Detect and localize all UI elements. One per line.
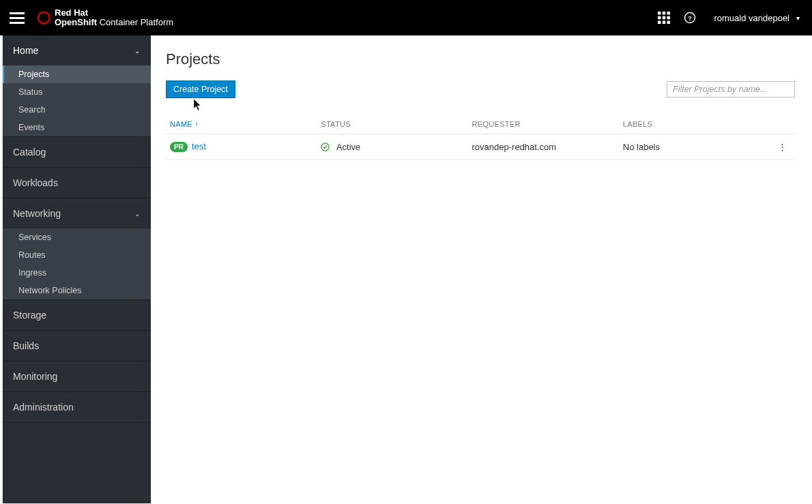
top-header: Red Hat OpenShift Container Platform ? r… [0, 0, 812, 35]
hamburger-icon[interactable] [10, 10, 26, 26]
create-project-button[interactable]: Create Project [166, 80, 235, 98]
nav-section-storage[interactable]: Storage [2, 300, 151, 330]
sidebar-item-ingress[interactable]: Ingress [2, 264, 151, 282]
nav-section-administration[interactable]: Administration [2, 392, 151, 422]
requester-cell: rovandep-redhat.com [468, 134, 619, 160]
sidebar-item-search[interactable]: Search [2, 101, 151, 119]
status-text: Active [336, 142, 360, 152]
svg-rect-6 [667, 16, 671, 20]
sidebar-item-projects[interactable]: Projects [2, 65, 151, 83]
brand-line1: Red Hat [55, 8, 173, 18]
chevron-down-icon: ⌄ [134, 210, 140, 218]
svg-rect-1 [658, 12, 661, 15]
svg-text:?: ? [688, 14, 692, 22]
column-header-requester[interactable]: REQUESTER [468, 115, 619, 134]
mouse-cursor-icon [193, 99, 203, 111]
column-name-label: NAME [170, 120, 192, 128]
filter-projects-input[interactable] [667, 81, 795, 98]
sidebar: Home ⌄ Projects Status Search Events Cat… [2, 35, 151, 504]
project-name-link[interactable]: test [192, 141, 206, 151]
action-row: Create Project [166, 80, 795, 98]
nav-section-label: Networking [13, 208, 61, 219]
nav-section-label: Administration [13, 402, 74, 413]
sort-asc-icon: ↑ [194, 120, 199, 128]
svg-rect-4 [658, 16, 661, 20]
nav-section-label: Builds [13, 340, 39, 351]
chevron-down-icon: ⌄ [134, 47, 140, 55]
apps-grid-icon[interactable] [658, 12, 670, 24]
svg-point-0 [38, 12, 50, 24]
help-icon[interactable]: ? [684, 12, 696, 24]
nav-section-catalog[interactable]: Catalog [2, 137, 151, 167]
project-badge: PR [170, 142, 188, 152]
nav-section-builds[interactable]: Builds [2, 331, 151, 361]
sidebar-item-routes[interactable]: Routes [2, 246, 151, 264]
svg-rect-2 [663, 12, 666, 15]
chevron-down-icon: ▾ [796, 14, 800, 22]
brand-line2-bold: OpenShift [55, 17, 97, 27]
nav-section-label: Monitoring [13, 371, 57, 382]
nav-section-label: Home [13, 45, 38, 56]
page-title: Projects [166, 50, 795, 68]
nav-section-monitoring[interactable]: Monitoring [2, 361, 151, 391]
row-actions-kebab[interactable]: ⋮ [770, 134, 795, 160]
sidebar-item-services[interactable]: Services [2, 228, 151, 246]
nav-section-label: Catalog [13, 147, 46, 158]
brand-text: Red Hat OpenShift Container Platform [55, 8, 173, 28]
svg-rect-5 [663, 16, 666, 20]
svg-point-12 [321, 143, 329, 150]
svg-rect-8 [663, 21, 666, 25]
brand-logo[interactable]: Red Hat OpenShift Container Platform [37, 8, 173, 28]
user-menu[interactable]: romuald vandepoel ▾ [714, 13, 800, 23]
sidebar-item-events[interactable]: Events [2, 119, 151, 136]
column-header-name[interactable]: NAME ↑ [166, 115, 317, 134]
nav-section-home[interactable]: Home ⌄ [2, 35, 151, 65]
svg-rect-3 [667, 12, 671, 15]
svg-rect-9 [667, 21, 671, 25]
brand-line2-rest: Container Platform [97, 17, 173, 27]
username-label: romuald vandepoel [714, 13, 789, 23]
nav-section-label: Workloads [13, 177, 58, 188]
sidebar-item-network-policies[interactable]: Network Policies [2, 282, 151, 299]
main-content: Projects Create Project NAME ↑ STATUS RE… [151, 35, 810, 504]
column-header-labels[interactable]: LABELS [619, 115, 770, 134]
nav-section-networking[interactable]: Networking ⌄ [2, 198, 151, 228]
redhat-icon [37, 11, 50, 25]
projects-table: NAME ↑ STATUS REQUESTER LABELS PRtest [166, 115, 795, 160]
nav-section-workloads[interactable]: Workloads [2, 168, 151, 198]
column-header-status[interactable]: STATUS [317, 115, 467, 134]
labels-cell: No labels [619, 134, 770, 160]
nav-section-label: Storage [13, 310, 46, 321]
status-ok-icon [321, 142, 332, 152]
table-row: PRtest Active rovandep-redhat.com No lab… [166, 134, 795, 160]
sidebar-item-status[interactable]: Status [2, 83, 151, 101]
svg-rect-7 [658, 21, 661, 25]
